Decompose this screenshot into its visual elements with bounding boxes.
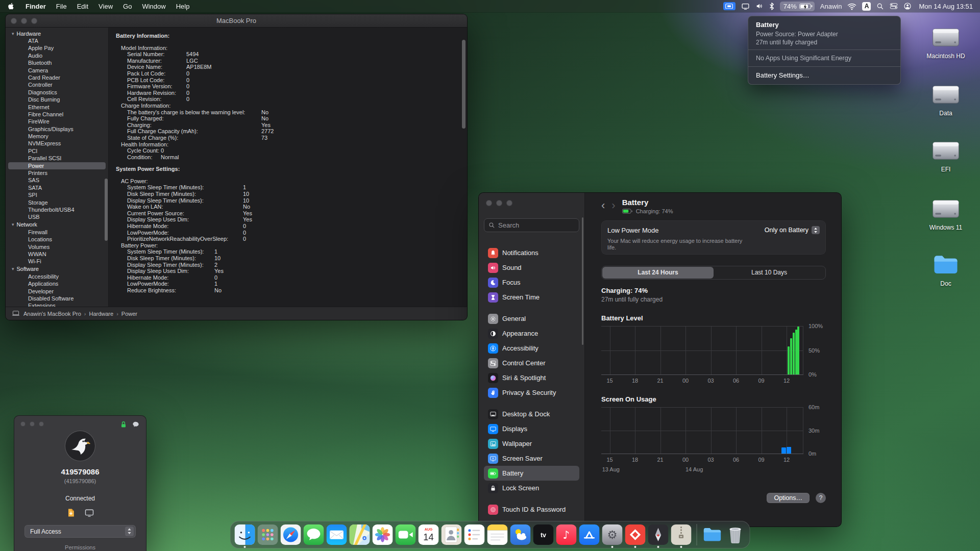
dock-notes-icon[interactable] (487, 524, 508, 545)
control-center-icon[interactable] (890, 2, 898, 11)
dock-tv-icon[interactable]: tv (533, 524, 554, 545)
clock[interactable]: Mon 14 Aug 13:51 (919, 3, 973, 10)
sysinfo-item-extensions[interactable]: Extensions (6, 302, 108, 307)
menu-go[interactable]: Go (118, 3, 137, 10)
sysinfo-item-nvmexpress[interactable]: NVMExpress (6, 140, 108, 147)
dock-weather-icon[interactable] (510, 524, 531, 545)
dock-music-icon[interactable]: ♪ (556, 524, 577, 545)
settings-item-appearance[interactable]: Appearance (484, 326, 579, 341)
back-button[interactable]: ‹ (601, 200, 605, 214)
dock-reminders-icon[interactable] (464, 524, 485, 545)
sysinfo-item-audio[interactable]: Audio (6, 52, 108, 59)
settings-item-displays[interactable]: Displays (484, 421, 579, 436)
sysinfo-item-disc-burning[interactable]: Disc Burning (6, 96, 108, 103)
dock-app-store-icon[interactable] (579, 524, 600, 545)
minimize-button[interactable] (30, 421, 35, 427)
settings-item-control-center[interactable]: Control Center (484, 356, 579, 370)
sysinfo-item-pci[interactable]: PCI (6, 147, 108, 155)
settings-item-general[interactable]: General (484, 311, 579, 326)
sysinfo-item-storage[interactable]: Storage (6, 199, 108, 206)
low-power-mode-popup[interactable]: Only on Battery (765, 226, 820, 234)
sysinfo-item-locations[interactable]: Locations (6, 236, 108, 243)
dock-finder-icon[interactable] (235, 524, 255, 545)
sysinfo-item-fibre-channel[interactable]: Fibre Channel (6, 111, 108, 118)
settings-item-lock-screen[interactable]: Lock Screen (484, 481, 579, 495)
tab-last-10-days[interactable]: Last 10 Days (714, 267, 825, 279)
menu-help[interactable]: Help (171, 3, 195, 10)
sidebar-scrollbar[interactable] (582, 217, 583, 345)
dock-system-settings-icon[interactable]: ⚙ (602, 524, 623, 545)
sysinfo-item-firewire[interactable]: FireWire (6, 118, 108, 125)
close-button[interactable] (486, 200, 492, 206)
sidebar-scrollbar[interactable] (105, 179, 108, 241)
sysinfo-item-disabled-software[interactable]: Disabled Software (6, 295, 108, 302)
dock-photos-icon[interactable] (373, 524, 393, 545)
settings-item-siri-spotlight[interactable]: Siri & Spotlight (484, 370, 579, 385)
sysinfo-item-firewall[interactable]: Firewall (6, 229, 108, 236)
chat-icon[interactable] (132, 420, 140, 429)
sysinfo-item-bluetooth[interactable]: Bluetooth (6, 59, 108, 66)
menu-view[interactable]: View (93, 3, 118, 10)
dock-trash-icon[interactable] (725, 524, 746, 545)
sysinfo-item-accessibility[interactable]: Accessibility (6, 273, 108, 280)
sysinfo-item-controller[interactable]: Controller (6, 81, 108, 88)
search-input[interactable] (498, 221, 565, 229)
settings-item-sound[interactable]: Sound (484, 260, 579, 275)
sysinfo-item-applications[interactable]: Applications (6, 280, 108, 287)
sysinfo-item-sata[interactable]: SATA (6, 184, 108, 191)
menu-file[interactable]: File (51, 3, 72, 10)
dock-archive-utility-icon[interactable] (671, 524, 692, 545)
settings-item-screen-time[interactable]: Screen Time (484, 290, 579, 305)
apple-menu-icon[interactable] (7, 2, 15, 10)
sysinfo-section-software[interactable]: ▾Software (6, 265, 108, 273)
bluetooth-icon[interactable] (769, 2, 774, 11)
help-button[interactable]: ? (816, 493, 826, 503)
sysinfo-item-wi-fi[interactable]: Wi-Fi (6, 258, 108, 265)
user-switch-icon[interactable] (903, 2, 912, 11)
dock-launchpad-icon[interactable] (258, 524, 278, 545)
settings-item-battery[interactable]: Battery (484, 466, 579, 481)
dock-mail-icon[interactable] (327, 524, 347, 545)
options-button[interactable]: Options… (767, 493, 810, 503)
sysinfo-item-spi[interactable]: SPI (6, 191, 108, 198)
zoom-button[interactable] (506, 200, 512, 206)
desktop-icon-windows-11[interactable]: Windows 11 (921, 195, 971, 231)
forward-button[interactable]: › (611, 200, 615, 214)
settings-search-field[interactable] (484, 218, 579, 232)
sysinfo-item-developer[interactable]: Developer (6, 288, 108, 295)
close-button[interactable] (11, 18, 17, 24)
menu-edit[interactable]: Edit (72, 3, 93, 10)
sysinfo-item-apple-pay[interactable]: Apple Pay (6, 44, 108, 52)
breadcrumb-item[interactable]: Hardware (89, 311, 113, 317)
sysinfo-item-parallel-scsi[interactable]: Parallel SCSI (6, 155, 108, 162)
desktop-icon-macintosh-hd[interactable]: Macintosh HD (921, 23, 971, 60)
settings-item-wallpaper[interactable]: Wallpaper (484, 436, 579, 451)
sysinfo-item-power[interactable]: Power (8, 162, 106, 169)
minimize-button[interactable] (21, 18, 27, 24)
battery-status-item[interactable]: 74% (780, 2, 815, 11)
access-level-select[interactable]: Full Access (24, 525, 136, 538)
screen-sharing-icon[interactable] (723, 2, 736, 10)
sysinfo-item-memory[interactable]: Memory (6, 133, 108, 140)
zoom-button[interactable] (31, 18, 37, 24)
volume-icon[interactable] (755, 2, 764, 11)
sysinfo-item-wwan[interactable]: WWAN (6, 251, 108, 258)
content-scrollbar[interactable] (462, 40, 465, 129)
desktop-icon-data[interactable]: Data (921, 81, 971, 117)
dock-design-app-icon[interactable] (648, 524, 669, 545)
sysinfo-item-graphics-displays[interactable]: Graphics/Displays (6, 126, 108, 133)
sysinfo-section-network[interactable]: ▾Network (6, 221, 108, 229)
battery-settings-menu-item[interactable]: Battery Settings… (748, 70, 900, 81)
settings-item-desktop-dock[interactable]: Desktop & Dock (484, 407, 579, 421)
settings-item-touch-id-password[interactable]: Touch ID & Password (484, 502, 579, 517)
input-source-item[interactable]: A (862, 2, 871, 11)
sysinfo-item-diagnostics[interactable]: Diagnostics (6, 89, 108, 96)
active-app-menu[interactable]: Finder (20, 3, 51, 10)
settings-item-privacy-security[interactable]: Privacy & Security (484, 385, 579, 400)
sysinfo-section-hardware[interactable]: ▾Hardware (6, 30, 108, 37)
close-button[interactable] (20, 421, 26, 427)
sysinfo-item-volumes[interactable]: Volumes (6, 243, 108, 251)
tab-last-24-hours[interactable]: Last 24 Hours (602, 267, 714, 279)
dock-anydesk-icon[interactable] (625, 524, 646, 545)
dock-contacts-icon[interactable] (442, 524, 462, 545)
